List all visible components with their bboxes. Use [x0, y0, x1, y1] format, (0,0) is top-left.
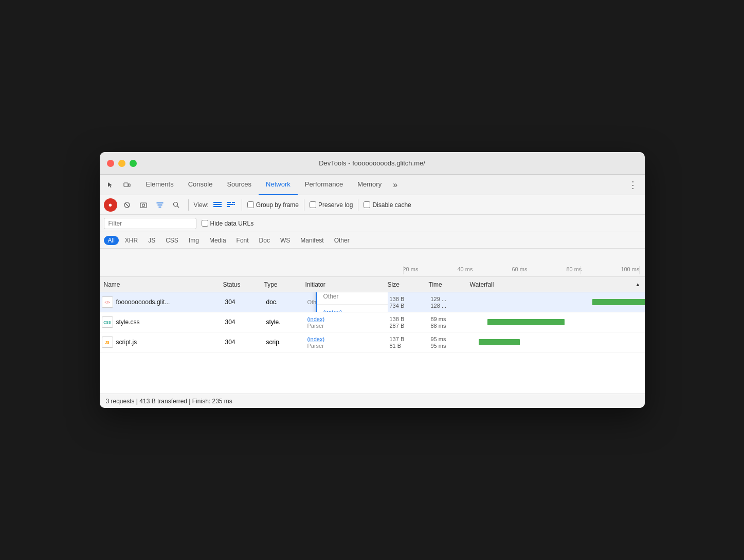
tab-sources[interactable]: Sources — [220, 175, 259, 195]
filter-type-css[interactable]: CSS — [161, 236, 183, 245]
empty-space — [100, 352, 645, 394]
window-title: DevTools - fooooooooods.glitch.me/ — [319, 159, 425, 167]
filter-icon[interactable] — [153, 198, 167, 212]
device-toolbar-icon[interactable] — [120, 178, 134, 192]
title-bar: DevTools - fooooooooods.glitch.me/ — [100, 152, 645, 175]
cell-name-1: </> fooooooooods.glit... — [100, 292, 223, 312]
filter-type-manifest[interactable]: Manifest — [296, 236, 328, 245]
tab-console[interactable]: Console — [181, 175, 220, 195]
file-name-2: style.css — [116, 319, 140, 326]
cell-name-3: JS script.js — [100, 332, 223, 352]
col-header-type[interactable]: Type — [264, 281, 305, 288]
filter-type-font[interactable]: Font — [232, 236, 253, 245]
file-icon-html: </> — [102, 296, 113, 308]
view-icons — [212, 199, 237, 211]
close-button[interactable] — [107, 160, 114, 167]
minimize-button[interactable] — [118, 160, 125, 167]
filter-type-doc[interactable]: Doc — [255, 236, 274, 245]
tab-memory[interactable]: Memory — [350, 175, 389, 195]
filter-type-media[interactable]: Media — [205, 236, 230, 245]
svg-rect-14 — [232, 202, 235, 203]
filter-types-bar: All XHR JS CSS Img Media Font Doc WS Man… — [100, 232, 645, 249]
traffic-lights — [107, 160, 137, 167]
disable-cache-label: Disable cache — [372, 201, 411, 209]
svg-rect-4 — [140, 203, 147, 208]
filter-type-img[interactable]: Img — [185, 236, 203, 245]
search-icon[interactable] — [170, 198, 183, 212]
preserve-log-checkbox[interactable] — [310, 201, 316, 208]
cursor-icon[interactable] — [104, 178, 117, 192]
cell-time-2: 89 ms 88 ms — [429, 312, 470, 332]
record-button[interactable]: ● — [104, 198, 117, 212]
cell-type-3: scrip. — [264, 332, 305, 352]
filter-type-js[interactable]: JS — [144, 236, 159, 245]
svg-line-3 — [125, 203, 129, 207]
col-header-waterfall[interactable]: Waterfall ▲ — [470, 281, 645, 288]
waterfall-bar-3 — [479, 339, 520, 345]
maximize-button[interactable] — [130, 160, 137, 167]
cell-type-1: doc. — [264, 292, 305, 312]
timeline-header: 20 ms 40 ms 60 ms 80 ms 100 ms — [100, 249, 645, 277]
filter-type-ws[interactable]: WS — [276, 236, 294, 245]
col-header-size[interactable]: Size — [388, 281, 429, 288]
filter-type-xhr[interactable]: XHR — [121, 236, 142, 245]
devtools-window: DevTools - fooooooooods.glitch.me/ Eleme… — [100, 152, 645, 408]
file-icon-css: CSS — [102, 316, 113, 328]
cell-size-1: 138 B 734 B — [388, 292, 429, 312]
network-toolbar: ● View: — [100, 195, 645, 215]
cell-time-1: 129 ... 128 ... — [429, 292, 470, 312]
more-tabs-button[interactable]: » — [389, 175, 402, 195]
svg-rect-9 — [213, 204, 222, 205]
file-name-1: fooooooooods.glit... — [116, 298, 170, 306]
table-row[interactable]: CSS style.css 304 style. (index) Parser … — [100, 312, 645, 332]
filter-type-all[interactable]: All — [104, 236, 119, 245]
group-by-frame-checkbox[interactable] — [247, 201, 254, 208]
toolbar-divider-1 — [188, 199, 189, 211]
col-header-name[interactable]: Name — [100, 281, 223, 288]
cell-status-2: 304 — [223, 312, 264, 332]
waterfall-view-icon[interactable] — [225, 199, 237, 211]
disable-cache-checkbox[interactable] — [364, 201, 370, 208]
tab-network[interactable]: Network — [259, 175, 298, 195]
filter-type-other[interactable]: Other — [330, 236, 354, 245]
cell-initiator-3: (index) Parser — [305, 332, 388, 352]
stop-button[interactable] — [120, 198, 134, 212]
svg-rect-13 — [227, 206, 230, 207]
svg-rect-12 — [227, 204, 233, 205]
col-header-time[interactable]: Time — [429, 281, 470, 288]
preserve-log-group: Preserve log — [310, 201, 353, 209]
popup-item-2: (index) Parser — [317, 305, 388, 312]
tab-performance[interactable]: Performance — [298, 175, 350, 195]
file-name-3: script.js — [116, 339, 137, 346]
camera-icon[interactable] — [137, 198, 150, 212]
disable-cache-group: Disable cache — [364, 201, 411, 209]
sort-arrow-icon: ▲ — [636, 282, 641, 287]
toolbar-divider-2 — [242, 199, 242, 211]
list-view-icon[interactable] — [212, 199, 223, 211]
col-header-status[interactable]: Status — [223, 281, 264, 288]
devtools-menu-button[interactable]: ⋮ — [625, 179, 641, 191]
preserve-log-label: Preserve log — [318, 201, 353, 209]
filter-input[interactable] — [104, 218, 196, 229]
toolbar-divider-4 — [358, 199, 358, 211]
tab-bar-icons — [104, 178, 134, 192]
table-row[interactable]: JS script.js 304 scrip. (index) Parser 1… — [100, 332, 645, 352]
svg-point-6 — [173, 202, 177, 206]
cell-time-3: 95 ms 95 ms — [429, 332, 470, 352]
svg-rect-1 — [129, 184, 130, 186]
table-row[interactable]: </> fooooooooods.glit... 304 doc. Other … — [100, 292, 645, 312]
tab-bar: Elements Console Sources Network Perform… — [100, 175, 645, 195]
waterfall-bar-1 — [592, 299, 645, 305]
svg-rect-10 — [213, 206, 222, 207]
svg-rect-0 — [124, 183, 128, 186]
network-table: </> fooooooooods.glit... 304 doc. Other … — [100, 292, 645, 394]
view-label: View: — [194, 201, 209, 209]
toolbar-divider-3 — [304, 199, 304, 211]
tab-elements[interactable]: Elements — [139, 175, 181, 195]
group-by-frame-label: Group by frame — [256, 201, 299, 209]
hide-data-urls-checkbox[interactable] — [202, 220, 208, 227]
cell-size-3: 137 B 81 B — [388, 332, 429, 352]
initiator-popup: Other (index) Parser (index) Parser — [316, 292, 388, 312]
cell-waterfall-3 — [470, 332, 645, 352]
col-header-initiator[interactable]: Initiator — [305, 281, 388, 288]
